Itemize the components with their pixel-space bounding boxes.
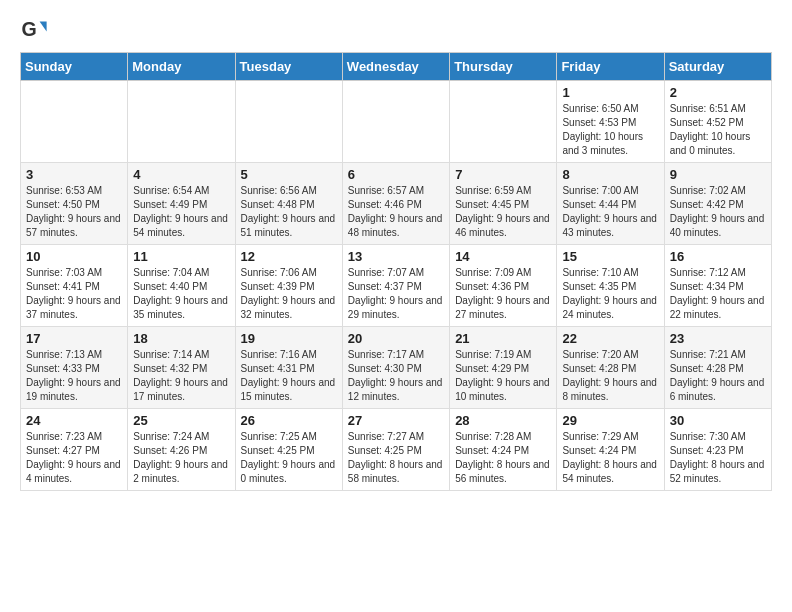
day-info: Sunrise: 6:59 AM Sunset: 4:45 PM Dayligh… — [455, 184, 551, 240]
day-info: Sunrise: 6:50 AM Sunset: 4:53 PM Dayligh… — [562, 102, 658, 158]
calendar-cell: 4Sunrise: 6:54 AM Sunset: 4:49 PM Daylig… — [128, 163, 235, 245]
day-number: 13 — [348, 249, 444, 264]
day-info: Sunrise: 7:17 AM Sunset: 4:30 PM Dayligh… — [348, 348, 444, 404]
day-number: 21 — [455, 331, 551, 346]
calendar-cell: 13Sunrise: 7:07 AM Sunset: 4:37 PM Dayli… — [342, 245, 449, 327]
calendar-cell — [342, 81, 449, 163]
calendar-row-4: 24Sunrise: 7:23 AM Sunset: 4:27 PM Dayli… — [21, 409, 772, 491]
header-monday: Monday — [128, 53, 235, 81]
header: G — [20, 16, 772, 44]
day-number: 16 — [670, 249, 766, 264]
day-info: Sunrise: 6:51 AM Sunset: 4:52 PM Dayligh… — [670, 102, 766, 158]
calendar-cell: 9Sunrise: 7:02 AM Sunset: 4:42 PM Daylig… — [664, 163, 771, 245]
day-number: 4 — [133, 167, 229, 182]
header-saturday: Saturday — [664, 53, 771, 81]
calendar-cell — [450, 81, 557, 163]
day-number: 1 — [562, 85, 658, 100]
day-info: Sunrise: 7:29 AM Sunset: 4:24 PM Dayligh… — [562, 430, 658, 486]
day-info: Sunrise: 6:53 AM Sunset: 4:50 PM Dayligh… — [26, 184, 122, 240]
calendar-cell: 6Sunrise: 6:57 AM Sunset: 4:46 PM Daylig… — [342, 163, 449, 245]
day-number: 8 — [562, 167, 658, 182]
calendar-row-2: 10Sunrise: 7:03 AM Sunset: 4:41 PM Dayli… — [21, 245, 772, 327]
day-info: Sunrise: 7:13 AM Sunset: 4:33 PM Dayligh… — [26, 348, 122, 404]
day-number: 9 — [670, 167, 766, 182]
calendar-row-1: 3Sunrise: 6:53 AM Sunset: 4:50 PM Daylig… — [21, 163, 772, 245]
day-number: 19 — [241, 331, 337, 346]
day-info: Sunrise: 6:56 AM Sunset: 4:48 PM Dayligh… — [241, 184, 337, 240]
day-number: 22 — [562, 331, 658, 346]
header-sunday: Sunday — [21, 53, 128, 81]
header-wednesday: Wednesday — [342, 53, 449, 81]
day-number: 25 — [133, 413, 229, 428]
calendar-cell: 14Sunrise: 7:09 AM Sunset: 4:36 PM Dayli… — [450, 245, 557, 327]
day-info: Sunrise: 7:00 AM Sunset: 4:44 PM Dayligh… — [562, 184, 658, 240]
day-info: Sunrise: 7:10 AM Sunset: 4:35 PM Dayligh… — [562, 266, 658, 322]
day-number: 24 — [26, 413, 122, 428]
calendar-cell: 2Sunrise: 6:51 AM Sunset: 4:52 PM Daylig… — [664, 81, 771, 163]
calendar-cell: 1Sunrise: 6:50 AM Sunset: 4:53 PM Daylig… — [557, 81, 664, 163]
day-info: Sunrise: 7:27 AM Sunset: 4:25 PM Dayligh… — [348, 430, 444, 486]
svg-text:G: G — [21, 18, 36, 40]
day-info: Sunrise: 7:28 AM Sunset: 4:24 PM Dayligh… — [455, 430, 551, 486]
calendar-cell: 27Sunrise: 7:27 AM Sunset: 4:25 PM Dayli… — [342, 409, 449, 491]
calendar-header-row: SundayMondayTuesdayWednesdayThursdayFrid… — [21, 53, 772, 81]
svg-marker-1 — [40, 22, 47, 32]
day-number: 14 — [455, 249, 551, 264]
day-number: 6 — [348, 167, 444, 182]
day-number: 30 — [670, 413, 766, 428]
header-friday: Friday — [557, 53, 664, 81]
calendar-table: SundayMondayTuesdayWednesdayThursdayFrid… — [20, 52, 772, 491]
calendar-cell: 21Sunrise: 7:19 AM Sunset: 4:29 PM Dayli… — [450, 327, 557, 409]
header-tuesday: Tuesday — [235, 53, 342, 81]
day-number: 29 — [562, 413, 658, 428]
calendar-cell: 5Sunrise: 6:56 AM Sunset: 4:48 PM Daylig… — [235, 163, 342, 245]
calendar-cell — [21, 81, 128, 163]
calendar-cell: 12Sunrise: 7:06 AM Sunset: 4:39 PM Dayli… — [235, 245, 342, 327]
day-info: Sunrise: 7:04 AM Sunset: 4:40 PM Dayligh… — [133, 266, 229, 322]
day-number: 28 — [455, 413, 551, 428]
day-number: 7 — [455, 167, 551, 182]
day-number: 10 — [26, 249, 122, 264]
calendar-row-0: 1Sunrise: 6:50 AM Sunset: 4:53 PM Daylig… — [21, 81, 772, 163]
day-info: Sunrise: 6:54 AM Sunset: 4:49 PM Dayligh… — [133, 184, 229, 240]
day-number: 18 — [133, 331, 229, 346]
day-info: Sunrise: 7:24 AM Sunset: 4:26 PM Dayligh… — [133, 430, 229, 486]
day-number: 11 — [133, 249, 229, 264]
calendar-cell: 26Sunrise: 7:25 AM Sunset: 4:25 PM Dayli… — [235, 409, 342, 491]
calendar-cell: 8Sunrise: 7:00 AM Sunset: 4:44 PM Daylig… — [557, 163, 664, 245]
day-info: Sunrise: 7:20 AM Sunset: 4:28 PM Dayligh… — [562, 348, 658, 404]
calendar-cell: 22Sunrise: 7:20 AM Sunset: 4:28 PM Dayli… — [557, 327, 664, 409]
day-info: Sunrise: 6:57 AM Sunset: 4:46 PM Dayligh… — [348, 184, 444, 240]
calendar-cell: 24Sunrise: 7:23 AM Sunset: 4:27 PM Dayli… — [21, 409, 128, 491]
day-number: 3 — [26, 167, 122, 182]
calendar-cell: 17Sunrise: 7:13 AM Sunset: 4:33 PM Dayli… — [21, 327, 128, 409]
day-info: Sunrise: 7:12 AM Sunset: 4:34 PM Dayligh… — [670, 266, 766, 322]
day-number: 20 — [348, 331, 444, 346]
day-info: Sunrise: 7:23 AM Sunset: 4:27 PM Dayligh… — [26, 430, 122, 486]
calendar-cell: 23Sunrise: 7:21 AM Sunset: 4:28 PM Dayli… — [664, 327, 771, 409]
day-info: Sunrise: 7:30 AM Sunset: 4:23 PM Dayligh… — [670, 430, 766, 486]
calendar-cell: 10Sunrise: 7:03 AM Sunset: 4:41 PM Dayli… — [21, 245, 128, 327]
day-info: Sunrise: 7:21 AM Sunset: 4:28 PM Dayligh… — [670, 348, 766, 404]
day-number: 27 — [348, 413, 444, 428]
day-number: 26 — [241, 413, 337, 428]
calendar-page: G SundayMondayTuesdayWednesdayThursdayFr… — [0, 0, 792, 511]
day-info: Sunrise: 7:25 AM Sunset: 4:25 PM Dayligh… — [241, 430, 337, 486]
logo-icon: G — [20, 16, 48, 44]
header-thursday: Thursday — [450, 53, 557, 81]
day-number: 15 — [562, 249, 658, 264]
calendar-cell: 11Sunrise: 7:04 AM Sunset: 4:40 PM Dayli… — [128, 245, 235, 327]
calendar-cell: 7Sunrise: 6:59 AM Sunset: 4:45 PM Daylig… — [450, 163, 557, 245]
calendar-cell — [235, 81, 342, 163]
day-number: 23 — [670, 331, 766, 346]
calendar-cell: 3Sunrise: 6:53 AM Sunset: 4:50 PM Daylig… — [21, 163, 128, 245]
calendar-cell: 18Sunrise: 7:14 AM Sunset: 4:32 PM Dayli… — [128, 327, 235, 409]
day-number: 5 — [241, 167, 337, 182]
calendar-row-3: 17Sunrise: 7:13 AM Sunset: 4:33 PM Dayli… — [21, 327, 772, 409]
calendar-cell: 19Sunrise: 7:16 AM Sunset: 4:31 PM Dayli… — [235, 327, 342, 409]
day-number: 2 — [670, 85, 766, 100]
day-info: Sunrise: 7:09 AM Sunset: 4:36 PM Dayligh… — [455, 266, 551, 322]
calendar-cell: 20Sunrise: 7:17 AM Sunset: 4:30 PM Dayli… — [342, 327, 449, 409]
day-info: Sunrise: 7:02 AM Sunset: 4:42 PM Dayligh… — [670, 184, 766, 240]
calendar-cell — [128, 81, 235, 163]
